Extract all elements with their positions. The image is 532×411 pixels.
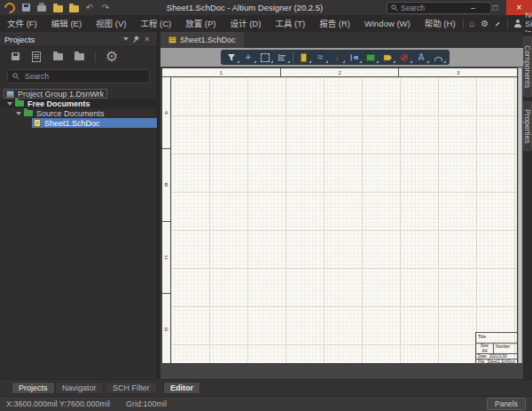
tab-editor[interactable]: Editor [163,382,200,394]
menu-design[interactable]: 设计 (D) [223,16,269,32]
tab-navigator[interactable]: Navigator [55,382,104,394]
free-documents-label: Free Documents [27,99,90,108]
place-arc-icon[interactable] [430,51,447,64]
file-label: File: [476,360,486,363]
date-value: 2021/1/30 [488,354,507,359]
settings-gear-icon[interactable]: ⚙ [481,20,489,28]
menu-tools[interactable]: 工具 (T) [268,16,312,32]
zone-label: D [162,294,170,363]
menu-bar: 文件 (F) 编辑 (E) 视图 (V) 工程 (C) 放置 (P) 设计 (D… [0,15,532,33]
expand-caret-icon[interactable] [16,112,21,115]
sheet-border-top: 1 2 3 [162,68,517,77]
schematic-canvas[interactable]: 1 2 3 A B C D Title Size [160,67,523,363]
pin-icon[interactable] [131,34,142,44]
sheet-border-left: A B C D [162,77,171,363]
folder-icon [24,110,33,116]
open-folder-icon[interactable] [52,2,63,13]
title-bar: ↶ ↷ Sheet1.SchDoc - Altium Designer (20.… [0,0,532,15]
editor-area: Sheet1.SchDoc + ≈ ↓ [160,32,523,380]
tab-projects[interactable]: Projects [12,382,55,394]
place-wire-icon[interactable]: ≈ [312,51,329,64]
panel-settings-gear-icon[interactable]: ⚙ [106,51,117,62]
place-net-label-icon[interactable] [379,51,396,64]
panel-menu-chevron-icon[interactable] [121,34,131,44]
projects-panel: Projects × ⚙ Project Group 1.DsnWrk [0,32,158,380]
tree-item-sheet-doc[interactable]: Sheet1.SchDoc [0,118,157,128]
home-icon[interactable]: ⌂ [469,20,474,28]
panel-close-icon[interactable]: × [142,34,153,44]
zone-label: C [162,222,170,294]
tab-properties[interactable]: Properties [523,101,532,151]
file-value: Sheet1.SchDoc [486,360,515,363]
menu-window[interactable]: Window (W) [357,16,418,32]
save-icon[interactable] [20,2,31,13]
customize-pen-icon[interactable] [495,20,500,28]
align-icon[interactable] [274,51,291,64]
projects-tree: Project Group 1.DsnWrk Free Documents So… [0,89,157,128]
projects-search-box[interactable] [7,69,150,83]
sheet-drawing-area[interactable]: Title Size A4 Number Date: 2021/1/30 [171,77,517,363]
place-power-port-icon[interactable]: ↓ [329,51,346,64]
workspace-label: Project Group 1.DsnWrk [18,90,104,99]
zone-label: 2 [281,68,400,76]
projects-search-input[interactable] [23,71,145,82]
projects-panel-title: Projects [4,35,121,44]
workspace-row-box[interactable]: Project Group 1.DsnWrk [4,89,107,99]
validate-project-icon[interactable] [31,51,42,62]
menu-view[interactable]: 视图 (V) [89,16,133,32]
active-bar-strip: + ≈ ↓ A [221,50,450,65]
move-icon[interactable]: + [240,51,257,64]
document-tab-label: Sheet1.SchDoc [180,36,236,44]
status-bar: X:3600.000mil Y:7600.000mil Grid:100mil … [0,396,532,411]
print-icon[interactable] [36,2,47,13]
zone-label: 3 [399,68,517,76]
save-project-icon[interactable] [10,51,20,62]
separator [293,52,293,63]
title-block-size-row: Size A4 Number [476,344,517,354]
zone-label: B [162,149,170,221]
schematic-doc-icon [34,119,41,127]
menu-help[interactable]: 帮助 (H) [418,16,463,32]
active-bar-toolbar: + ≈ ↓ A [160,48,523,67]
menu-project[interactable]: 工程 (C) [133,16,178,32]
schematic-sheet[interactable]: 1 2 3 A B C D Title Size [161,67,518,363]
selected-row-highlight[interactable]: Sheet1.SchDoc [32,118,157,128]
altium-logo-icon[interactable] [4,2,15,13]
selection-icon[interactable] [257,51,274,64]
tab-sch-filter[interactable]: SCH Filter [106,382,157,394]
panels-button[interactable]: Panels [487,398,526,410]
projects-panel-toolbar: ⚙ [0,47,157,66]
zone-label: A [162,77,170,149]
user-account-icon[interactable] [513,20,519,28]
tree-item-free-documents[interactable]: Free Documents [0,99,157,108]
title-block-title-label: Title [476,333,517,344]
open-project-icon[interactable] [68,2,79,13]
menu-reports[interactable]: 报告 (R) [312,16,357,32]
separator [95,51,96,62]
place-part-icon[interactable] [295,51,312,64]
document-tab-bar: Sheet1.SchDoc [160,32,523,49]
tab-components[interactable]: Components [523,36,532,97]
tree-item-source-documents[interactable]: Source Documents [0,108,157,118]
menu-place[interactable]: 放置 (P) [178,16,223,32]
vertical-scrollbar[interactable] [518,67,522,363]
redo-icon[interactable]: ↷ [100,2,111,13]
cursor-coordinates: X:3600.000mil Y:7600.000mil [6,399,110,408]
projects-panel-header: Projects × [0,32,157,47]
expand-caret-icon[interactable] [7,102,12,106]
place-sheet-symbol-icon[interactable] [363,51,379,64]
filter-icon[interactable] [223,51,240,64]
place-no-erc-icon[interactable] [396,51,413,64]
schematic-doc-icon [168,36,176,43]
quick-access-toolbar: ↶ ↷ [0,2,111,13]
undo-icon[interactable]: ↶ [84,2,95,13]
document-tab[interactable]: Sheet1.SchDoc [160,32,244,48]
menu-file[interactable]: 文件 (F) [0,16,44,32]
add-document-icon[interactable] [74,51,84,62]
place-port-icon[interactable] [346,51,363,64]
number-label: Number [494,344,517,353]
tree-item-workspace[interactable]: Project Group 1.DsnWrk [0,89,157,99]
place-text-icon[interactable]: A [413,51,430,64]
open-document-icon[interactable] [52,51,63,62]
menu-edit[interactable]: 编辑 (E) [44,16,89,32]
